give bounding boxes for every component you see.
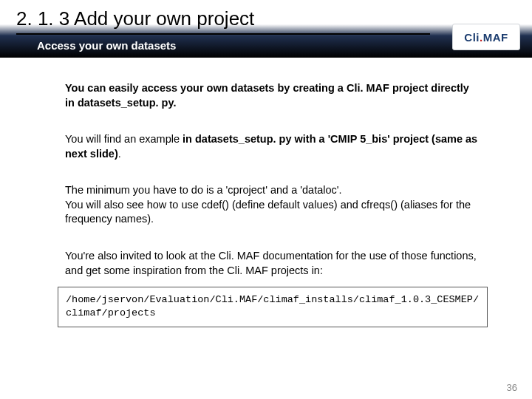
slide-body: You can easily access your own datasets … xyxy=(0,58,532,278)
code-path-box: /home/jservon/Evaluation/Cli.MAF/climaf_… xyxy=(58,287,488,327)
page-number: 36 xyxy=(507,382,517,393)
logo-part1: Cli xyxy=(464,31,480,44)
para2-lead: You will find an example xyxy=(65,133,183,145)
slide-title: 2. 1. 3 Add your own project xyxy=(16,7,520,30)
para2-tail: . xyxy=(118,148,121,160)
para1-text: You can easily access your own datasets … xyxy=(65,82,469,109)
paragraph-4: You're also invited to look at the Cli. … xyxy=(65,249,480,278)
paragraph-2: You will find an example in datasets_set… xyxy=(65,132,480,161)
slide-header: 2. 1. 3 Add your own project Access your… xyxy=(0,0,532,58)
paragraph-1: You can easily access your own datasets … xyxy=(65,81,480,110)
paragraph-3: The minimum you have to do is a 'cprojec… xyxy=(65,183,480,227)
logo-part3: MAF xyxy=(483,31,508,44)
climaf-logo: Cli.MAF xyxy=(452,24,520,50)
title-rule xyxy=(16,33,430,35)
slide-subtitle: Access your own datasets xyxy=(37,39,520,52)
